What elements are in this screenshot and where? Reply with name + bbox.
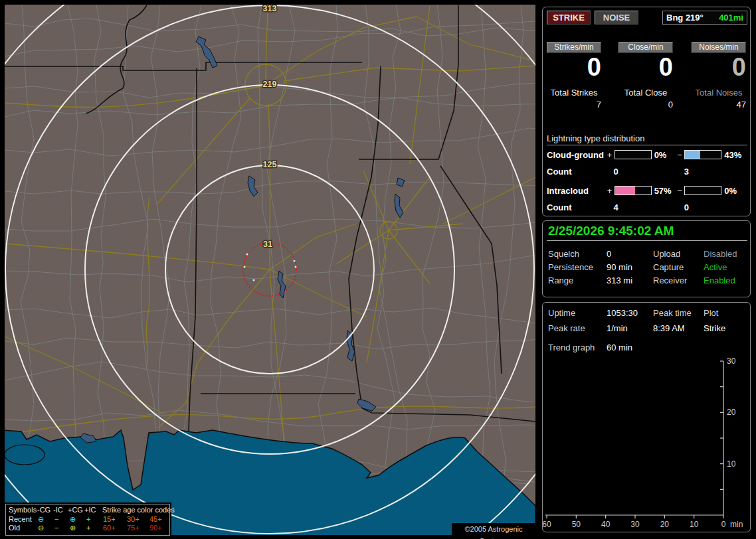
ic-negative-bar	[684, 186, 721, 195]
cg-positive-pct: 0%	[654, 150, 678, 160]
bearing-distance: 401mi	[719, 11, 743, 24]
trend-graph: 6050403020100min102030	[543, 354, 750, 530]
recent-pos-ic-icon: +	[86, 515, 90, 523]
cloud-ground-count-row: Count 0 3	[547, 167, 747, 177]
ring-label-31: 31	[263, 240, 272, 249]
squelch-value: 0	[607, 249, 611, 260]
capture-label: Capture	[653, 262, 684, 273]
plus-sign: +	[607, 150, 614, 160]
plus-sign: +	[607, 186, 614, 196]
copyright-notice: ©2005 Astrogenic Systems	[452, 523, 535, 535]
trend-axes: 6050403020100min102030	[543, 356, 743, 529]
plot-label: Plot	[704, 308, 718, 319]
distribution-title: Lightning type distribution	[547, 133, 644, 143]
svg-text:10: 10	[690, 520, 699, 529]
ring-label-313: 313	[263, 5, 277, 13]
distribution-title-rule	[547, 145, 747, 145]
persistence-value: 90 min	[607, 262, 632, 273]
strike-legend: Symbols -CG -IC +CG +IC Strike age color…	[5, 504, 170, 536]
total-close-label: Total Close	[618, 88, 673, 98]
svg-text:30: 30	[727, 356, 736, 366]
legend-col-pos-ic: +IC	[84, 506, 96, 514]
range-value: 313 mi	[607, 275, 632, 286]
trend-graph-value: 60 min	[607, 343, 632, 353]
receiver-label: Receiver	[653, 275, 687, 286]
lake-pontchartrain	[5, 445, 45, 465]
svg-text:60: 60	[543, 520, 551, 529]
cg-negative-count: 3	[677, 167, 747, 177]
close-per-min-value: 0	[618, 51, 673, 83]
bearing-display: Bng 219° 401mi	[662, 11, 747, 25]
cloud-ground-label: Cloud-ground	[547, 150, 607, 160]
recent-neg-ic-icon: −	[54, 515, 58, 523]
peak-rate-value: 1/min	[607, 323, 628, 334]
nexstorm-window: 313 219 125 31 Symbols -CG -IC +CG +IC S…	[0, 0, 756, 539]
ring-label-125: 125	[263, 160, 277, 169]
status-panel: 2/25/2026 9:45:02 AM Squelch 0 Upload Di…	[542, 220, 751, 297]
legend-row-old: Old	[9, 524, 20, 532]
svg-text:40: 40	[601, 520, 611, 529]
peak-time-label: Peak time	[653, 308, 692, 319]
ic-positive-bar	[614, 186, 652, 195]
svg-text:20: 20	[727, 408, 736, 417]
age-60: 60+	[103, 524, 116, 532]
plot-value: Strike	[704, 323, 725, 334]
bearing-value: Bng 219°	[666, 13, 704, 23]
strike-mode-button[interactable]: STRIKE	[547, 11, 591, 25]
svg-text:50: 50	[572, 520, 581, 529]
old-pos-cg-icon: ⊕	[70, 524, 76, 532]
strike-counters-panel: STRIKE NOISE Bng 219° 401mi Strikes/min …	[542, 7, 751, 216]
old-neg-cg-icon: ⊖	[38, 524, 44, 532]
strikes-per-min-value: 0	[547, 51, 601, 83]
legend-row-recent: Recent	[9, 515, 32, 523]
age-45: 45+	[149, 515, 162, 523]
total-strikes-value: 7	[547, 100, 601, 110]
svg-text:30: 30	[630, 520, 640, 529]
ic-positive-count: 4	[607, 202, 677, 213]
peak-rate-label: Peak rate	[548, 323, 585, 334]
noise-mode-button[interactable]: NOISE	[595, 11, 638, 25]
lightning-map[interactable]: 313 219 125 31 Symbols -CG -IC +CG +IC S…	[5, 5, 535, 535]
uptime-label: Uptime	[548, 308, 575, 319]
legend-col-neg-cg: -CG	[37, 506, 50, 514]
legend-col-neg-ic: -IC	[53, 506, 63, 514]
legend-symbols-header: Symbols	[9, 506, 37, 514]
upload-label: Upload	[653, 249, 680, 260]
cloud-ground-row: Cloud-ground + 0% − 43%	[547, 149, 747, 160]
svg-text:20: 20	[660, 520, 670, 529]
count-label: Count	[547, 202, 607, 213]
svg-text:min: min	[730, 520, 743, 529]
total-noises-value: 47	[692, 100, 746, 110]
age-15: 15+	[103, 515, 116, 523]
cg-positive-count: 0	[607, 167, 677, 177]
upload-status: Disabled	[704, 249, 737, 260]
capture-status: Active	[704, 262, 727, 273]
old-pos-ic-icon: +	[86, 524, 90, 532]
recent-neg-cg-icon: ⊖	[38, 515, 44, 524]
cg-negative-pct: 43%	[724, 150, 747, 160]
intracloud-row: Intracloud + 57% − 0%	[547, 185, 747, 196]
age-75: 75+	[127, 524, 140, 532]
datetime-display: 2/25/2026 9:45:02 AM	[548, 224, 674, 238]
stats-panel: Uptime 1053:30 Peak time Plot Peak rate …	[542, 302, 751, 532]
peak-time-value: 8:39 AM	[653, 323, 685, 334]
ic-negative-count: 0	[677, 202, 747, 213]
old-neg-ic-icon: −	[54, 524, 58, 532]
minus-sign: −	[677, 150, 684, 160]
recent-pos-cg-icon: ⊕	[70, 515, 76, 524]
ring-label-219: 219	[263, 80, 277, 89]
ic-positive-pct: 57%	[654, 186, 678, 196]
persistence-label: Persistence	[548, 262, 593, 273]
total-strikes-label: Total Strikes	[547, 88, 601, 98]
legend-age-header: Strike age color codes	[102, 506, 175, 514]
uptime-value: 1053:30	[607, 308, 638, 319]
map-canvas: 313 219 125 31	[5, 5, 535, 535]
minus-sign: −	[677, 186, 684, 196]
noises-per-min-value: 0	[692, 51, 746, 83]
ic-negative-pct: 0%	[724, 186, 747, 196]
cg-negative-bar	[684, 150, 721, 159]
intracloud-count-row: Count 4 0	[547, 202, 747, 213]
squelch-label: Squelch	[548, 249, 579, 260]
total-close-value: 0	[618, 100, 673, 110]
receiver-status: Enabled	[704, 275, 735, 286]
